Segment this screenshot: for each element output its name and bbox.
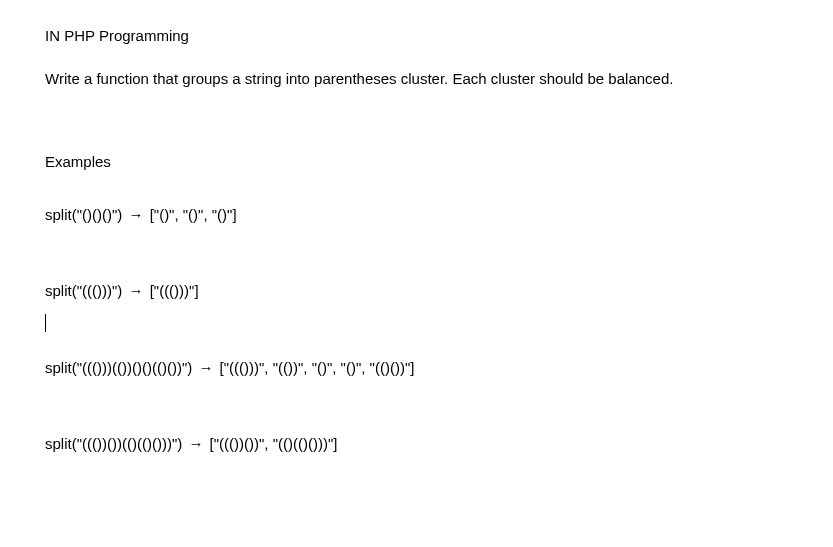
example-call: split("((()))(())()()(()())") [45,359,192,376]
example-row: split("()()()") → ["()", "()", "()"] [45,204,788,227]
example-result: ["()", "()", "()"] [150,206,237,223]
arrow-icon: → [128,204,143,227]
problem-description: Write a function that groups a string in… [45,66,788,92]
arrow-icon: → [188,433,203,456]
arrow-icon: → [198,357,213,380]
examples-heading: Examples [45,151,788,174]
example-result: ["((()))"] [150,282,199,299]
example-result: ["((())())", "(()(()()))"] [210,435,338,452]
example-call: split("((())())(()(()()))") [45,435,182,452]
example-call: split("((()))") [45,282,122,299]
example-row: split("((()))(())()()(()())") → ["((()))… [45,357,788,380]
example-call: split("()()()") [45,206,122,223]
heading: IN PHP Programming [45,25,788,48]
text-cursor [45,314,46,332]
example-row: split("((()))") → ["((()))"] [45,280,788,303]
arrow-icon: → [128,280,143,303]
example-row: split("((())())(()(()()))") → ["((())())… [45,433,788,456]
example-result: ["((()))", "(())", "()", "()", "(()())"] [220,359,415,376]
